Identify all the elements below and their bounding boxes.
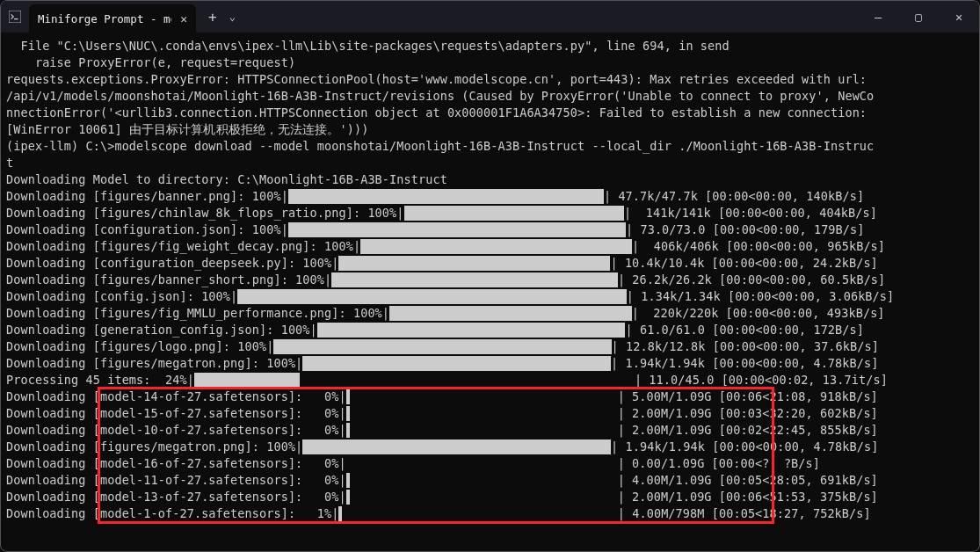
maximize-button[interactable]: ▢ xyxy=(898,1,939,33)
progress-bar-empty xyxy=(350,473,618,488)
download-label: Downloading [model-1-of-27.safetensors]:… xyxy=(6,505,338,522)
download-label: Downloading [configuration_deepseek.py]:… xyxy=(6,255,338,272)
download-label: Downloading [figures/fig_MMLU_performanc… xyxy=(6,305,389,322)
download-row: Downloading [model-13-of-27.safetensors]… xyxy=(6,489,974,505)
progress-bar-empty xyxy=(350,389,618,404)
window-tab[interactable]: Miniforge Prompt - modelscop ✕ xyxy=(29,4,196,33)
download-stats: | 5.00M/1.09G [00:06<21:08, 918kB/s] xyxy=(618,389,878,405)
terminal-content[interactable]: File "C:\Users\NUC\.conda\envs\ipex-llm\… xyxy=(1,33,979,522)
download-stats: | 220k/220k [00:00<00:00, 493kB/s] xyxy=(632,305,885,322)
minimize-button[interactable]: — xyxy=(858,1,898,33)
error-line: nnectionError('<urllib3.connection.HTTPS… xyxy=(6,105,974,121)
download-row: Downloading [figures/logo.png]: 100%|| 1… xyxy=(6,338,974,355)
progress-bar-fill xyxy=(360,239,632,254)
download-stats: | 1.94k/1.94k [00:00<00:00, 4.78kB/s] xyxy=(611,355,878,372)
terminal-icon xyxy=(8,10,22,24)
progress-bar-fill xyxy=(317,323,626,338)
close-window-button[interactable]: ✕ xyxy=(939,1,979,33)
tab-title: Miniforge Prompt - modelscop xyxy=(38,12,171,25)
download-stats: | 12.8k/12.8k [00:00<00:00, 37.6kB/s] xyxy=(612,338,879,355)
progress-bar-empty xyxy=(350,423,618,438)
download-row: Downloading [figures/banner.png]: 100%||… xyxy=(6,188,974,205)
download-label: Downloading [configuration.json]: 100%| xyxy=(6,222,288,238)
download-row: Processing 45 items: 24%|| 11.0/45.0 [00… xyxy=(6,372,974,389)
progress-bar-fill xyxy=(302,439,611,454)
download-label: Downloading [generation_config.json]: 10… xyxy=(6,322,317,338)
progress-bar-fill xyxy=(288,189,604,204)
download-row: Downloading [configuration.json]: 100%||… xyxy=(6,222,974,238)
window-controls: — ▢ ✕ xyxy=(858,1,979,33)
progress-bar-empty xyxy=(300,373,635,388)
download-row: Downloading [model-10-of-27.safetensors]… xyxy=(6,422,974,439)
download-stats: | 141k/141k [00:00<00:00, 404kB/s] xyxy=(624,205,877,222)
download-label: Downloading [figures/logo.png]: 100%| xyxy=(6,338,273,355)
new-tab-button[interactable]: + xyxy=(208,9,217,25)
download-stats: | 1.34k/1.34k [00:00<00:00, 3.06kB/s] xyxy=(627,288,894,305)
download-stats: | 1.94k/1.94k [00:00<00:00, 4.78kB/s] xyxy=(611,439,878,455)
download-label: Downloading [figures/chinlaw_8k_flops_ra… xyxy=(6,205,404,222)
download-stats: | 0.00/1.09G [00:00<?, ?B/s] xyxy=(618,455,820,472)
progress-bar-fill xyxy=(338,256,610,271)
download-stats: | 11.0/45.0 [00:00<00:02, 13.7it/s] xyxy=(635,372,888,389)
download-row: Downloading [config.json]: 100%|| 1.34k/… xyxy=(6,288,974,305)
download-stats: | 406k/406k [00:00<00:00, 965kB/s] xyxy=(632,238,885,255)
download-row: Downloading [generation_config.json]: 10… xyxy=(6,322,974,338)
progress-bar-fill xyxy=(273,339,611,354)
download-row: Downloading [figures/banner_short.png]: … xyxy=(6,272,974,288)
download-label: Downloading [figures/banner_short.png]: … xyxy=(6,272,331,288)
download-stats: | 2.00M/1.09G [00:06<51:53, 375kB/s] xyxy=(618,489,878,505)
download-label: Downloading [model-16-of-27.safetensors]… xyxy=(6,455,346,472)
download-row: Downloading [figures/megatron.png]: 100%… xyxy=(6,355,974,372)
download-label: Downloading [model-10-of-27.safetensors]… xyxy=(6,422,346,439)
download-row: Downloading [figures/chinlaw_8k_flops_ra… xyxy=(6,205,974,222)
download-row: Downloading [model-11-of-27.safetensors]… xyxy=(6,472,974,489)
download-stats: | 47.7k/47.7k [00:00<00:00, 140kB/s] xyxy=(604,188,864,205)
error-line: File "C:\Users\NUC\.conda\envs\ipex-llm\… xyxy=(6,38,974,54)
download-row: Downloading [model-1-of-27.safetensors]:… xyxy=(6,505,974,522)
download-label: Downloading [figures/fig_weight_decay.pn… xyxy=(6,238,360,255)
download-stats: | 61.0/61.0 [00:00<00:00, 172B/s] xyxy=(625,322,864,338)
download-row: Downloading [model-16-of-27.safetensors]… xyxy=(6,455,974,472)
download-label: Downloading [figures/megatron.png]: 100%… xyxy=(6,355,302,372)
download-stats: | 4.00M/798M [00:05<18:27, 752kB/s] xyxy=(618,505,871,522)
download-stats: | 2.00M/1.09G [00:03<32:20, 602kB/s] xyxy=(618,405,878,422)
download-row: Downloading [figures/megatron.png]: 100%… xyxy=(6,439,974,455)
titlebar: Miniforge Prompt - modelscop ✕ + ⌄ — ▢ ✕ xyxy=(1,1,979,33)
download-label: Downloading [config.json]: 100%| xyxy=(6,288,237,305)
prompt-line: (ipex-llm) C:\>modelscope download --mod… xyxy=(6,138,974,155)
download-label: Downloading [model-13-of-27.safetensors]… xyxy=(6,489,346,505)
progress-bar-fill xyxy=(288,222,626,237)
download-stats: | 2.00M/1.09G [00:02<22:45, 855kB/s] xyxy=(618,422,878,439)
download-label: Processing 45 items: 24%| xyxy=(6,372,194,389)
progress-bar-empty xyxy=(342,506,617,521)
progress-bar-fill xyxy=(404,206,625,221)
download-row: Downloading [figures/fig_MMLU_performanc… xyxy=(6,305,974,322)
progress-bar-empty xyxy=(346,456,618,471)
download-label: Downloading [figures/banner.png]: 100%| xyxy=(6,188,288,205)
svg-rect-0 xyxy=(9,11,21,23)
progress-bar-fill xyxy=(237,289,627,304)
download-row: Downloading [configuration_deepseek.py]:… xyxy=(6,255,974,272)
tab-dropdown-icon[interactable]: ⌄ xyxy=(229,11,236,23)
error-line: /api/v1/models/moonshotai/Moonlight-16B-… xyxy=(6,88,974,105)
progress-bar-empty xyxy=(350,490,618,505)
download-row: Downloading [figures/fig_weight_decay.pn… xyxy=(6,238,974,255)
error-line: raise ProxyError(e, request=request) xyxy=(6,54,974,71)
download-label: Downloading [model-14-of-27.safetensors]… xyxy=(6,389,346,405)
progress-bar-fill xyxy=(331,272,618,287)
prompt-line: Downloading Model to directory: C:\Moonl… xyxy=(6,171,974,188)
error-line: requests.exceptions.ProxyError: HTTPSCon… xyxy=(6,71,974,88)
download-stats: | 26.2k/26.2k [00:00<00:00, 60.5kB/s] xyxy=(618,272,885,288)
download-label: Downloading [model-15-of-27.safetensors]… xyxy=(6,405,346,422)
error-line: [WinError 10061] 由于目标计算机积极拒绝，无法连接。'))) xyxy=(6,121,974,138)
download-stats: | 4.00M/1.09G [00:05<28:05, 691kB/s] xyxy=(618,472,878,489)
prompt-line: t xyxy=(6,155,974,171)
download-stats: | 73.0/73.0 [00:00<00:00, 179B/s] xyxy=(626,222,865,238)
download-label: Downloading [figures/megatron.png]: 100%… xyxy=(6,439,302,455)
download-row: Downloading [model-14-of-27.safetensors]… xyxy=(6,389,974,405)
download-label: Downloading [model-11-of-27.safetensors]… xyxy=(6,472,346,489)
download-stats: | 10.4k/10.4k [00:00<00:00, 24.2kB/s] xyxy=(610,255,877,272)
progress-bar-fill xyxy=(194,373,300,388)
download-row: Downloading [model-15-of-27.safetensors]… xyxy=(6,405,974,422)
close-tab-icon[interactable]: ✕ xyxy=(180,12,187,25)
